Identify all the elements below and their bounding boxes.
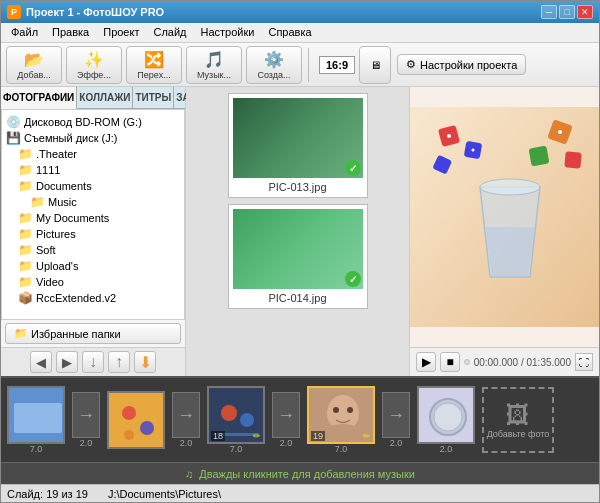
menu-slide[interactable]: Слайд — [147, 25, 192, 40]
menu-edit[interactable]: Правка — [46, 25, 95, 40]
toolbar-separator — [308, 48, 309, 82]
fullscreen-button[interactable]: ⛶ — [575, 353, 593, 371]
tree-item-removable[interactable]: 💾 Съемный диск (J:) — [4, 130, 182, 146]
edit-icon-19: ✏ — [363, 431, 371, 441]
favorites-label: Избранные папки — [31, 328, 121, 340]
add-label: Добав... — [17, 70, 50, 80]
slide-thumb-20[interactable]: 2.0 — [417, 386, 475, 454]
music-button[interactable]: 🎵 Музык... — [186, 46, 242, 84]
slide-content-2 — [109, 393, 165, 449]
nav-download-button[interactable]: ⬇ — [134, 351, 156, 373]
tree-item-label: 1111 — [36, 164, 60, 176]
menu-help[interactable]: Справка — [262, 25, 317, 40]
transition-1-2[interactable]: → 2.0 — [68, 392, 104, 448]
tree-item-rcc[interactable]: 📦 RccExtended.v2 — [16, 290, 182, 306]
tab-titles[interactable]: ТИТРЫ — [133, 87, 174, 108]
tree-item-mydocs[interactable]: 📁 My Documents — [16, 210, 182, 226]
transitions-icon: 🔀 — [144, 50, 164, 69]
stop-button[interactable]: ■ — [440, 352, 460, 372]
tree-item-pictures[interactable]: 📁 Pictures — [16, 226, 182, 242]
transition-19-20[interactable]: → 2.0 — [378, 392, 414, 448]
tab-photos[interactable]: ФОТОГРАФИИ — [1, 87, 77, 109]
svg-rect-12 — [14, 403, 62, 433]
tree-item-documents[interactable]: 📁 Documents — [16, 178, 182, 194]
slide-thumb-18[interactable]: 18 ✏ 7.0 — [207, 386, 265, 454]
menu-project[interactable]: Проект — [97, 25, 145, 40]
right-panel: ▶ ■ 00:00.000 / 01:35.000 ⛶ — [409, 87, 599, 376]
nav-prev-button[interactable]: ◀ — [30, 351, 52, 373]
tree-item-theater[interactable]: 📁 .Theater — [16, 146, 182, 162]
transitions-button[interactable]: 🔀 Перех... — [126, 46, 182, 84]
file-tree[interactable]: 💿 Дисковод BD-ROM (G:) 💾 Съемный диск (J… — [1, 109, 185, 320]
folder-icon: 📁 — [18, 227, 33, 241]
nav-next-button[interactable]: ▶ — [56, 351, 78, 373]
folder-icon: 📁 — [18, 163, 33, 177]
tab-collages[interactable]: КОЛЛАЖИ — [77, 87, 133, 108]
menu-file[interactable]: Файл — [5, 25, 44, 40]
preview-image — [410, 107, 599, 327]
music-bar[interactable]: ♫ Дважды кликните для добавления музыки — [1, 462, 599, 484]
nav-down-button[interactable]: ↓ — [82, 351, 104, 373]
folder-icon: 📁 — [18, 211, 33, 225]
tree-item-video[interactable]: 📁 Video — [16, 274, 182, 290]
close-button[interactable]: ✕ — [577, 5, 593, 19]
tree-item-uploads[interactable]: 📁 Upload's — [16, 258, 182, 274]
music-icon: 🎵 — [204, 50, 224, 69]
screen-mode-button[interactable]: 🖥 — [359, 46, 391, 84]
menu-settings[interactable]: Настройки — [195, 25, 261, 40]
slide-thumb-2[interactable] — [107, 391, 165, 449]
preview-area — [410, 87, 599, 347]
nav-up-button[interactable]: ↑ — [108, 351, 130, 373]
transition-icon: → — [382, 392, 410, 438]
slide-duration-18: 7.0 — [230, 444, 243, 454]
preview-controls: ▶ ■ 00:00.000 / 01:35.000 ⛶ — [410, 347, 599, 376]
minimize-button[interactable]: ─ — [541, 5, 557, 19]
package-icon: 📦 — [18, 291, 33, 305]
music-label: Музык... — [197, 70, 231, 80]
folder-icon: 📁 — [18, 275, 33, 289]
file-path: J:\Documents\Pictures\ — [108, 488, 221, 500]
title-bar-left: P Проект 1 - ФотоШОУ PRO — [7, 5, 164, 19]
slide-thumb-1[interactable]: 7.0 — [7, 386, 65, 454]
edit-icon-18: ✏ — [253, 431, 261, 441]
svg-point-1 — [480, 179, 540, 195]
transition-18-19[interactable]: → 2.0 — [268, 392, 304, 448]
tree-item-soft[interactable]: 📁 Soft — [16, 242, 182, 258]
photos-grid: ✓ PIC-013.jpg ✓ PIC-014.jpg — [186, 87, 409, 376]
effects-button[interactable]: ✨ Эффе... — [66, 46, 122, 84]
project-settings-button[interactable]: ⚙ Настройки проекта — [397, 54, 526, 75]
slide-thumb-19[interactable]: 19 ✏ 7.0 — [307, 386, 375, 454]
slide-number-19: 19 — [311, 431, 325, 441]
tree-item-label: Pictures — [36, 228, 76, 240]
tree-item-1111[interactable]: 📁 1111 — [16, 162, 182, 178]
transitions-label: Перех... — [137, 70, 170, 80]
tree-item-label: Music — [48, 196, 77, 208]
progress-bar[interactable] — [464, 359, 470, 365]
transition-icon: → — [172, 392, 200, 438]
maximize-button[interactable]: □ — [559, 5, 575, 19]
play-button[interactable]: ▶ — [416, 352, 436, 372]
tree-item-music[interactable]: 📁 Music — [28, 194, 182, 210]
slide-content-1 — [9, 388, 65, 444]
tree-item-label: Soft — [36, 244, 56, 256]
photo-item-014[interactable]: ✓ PIC-014.jpg — [228, 204, 368, 309]
svg-rect-13 — [109, 393, 165, 449]
transition-icon: → — [72, 392, 100, 438]
create-button[interactable]: ⚙️ Созда... — [246, 46, 302, 84]
slide-image-2 — [107, 391, 165, 449]
add-photo-area[interactable]: 🖼 Добавьте фото — [482, 387, 554, 453]
add-icon: 📂 — [24, 50, 44, 69]
nav-bar: ◀ ▶ ↓ ↑ ⬇ — [1, 347, 185, 376]
menu-bar: Файл Правка Проект Слайд Настройки Справ… — [1, 23, 599, 43]
svg-point-28 — [434, 403, 462, 431]
photo-thumb-014: ✓ — [233, 209, 363, 289]
add-button[interactable]: 📂 Добав... — [6, 46, 62, 84]
screen-mode-icon: 🖥 — [370, 59, 381, 71]
timeline-track[interactable]: 7.0 → 2.0 → — [1, 378, 599, 462]
music-bar-label: Дважды кликните для добавления музыки — [199, 468, 415, 480]
photo-item-013[interactable]: ✓ PIC-013.jpg — [228, 93, 368, 198]
transition-2-18[interactable]: → 2.0 — [168, 392, 204, 448]
slide-image-18: 18 ✏ — [207, 386, 265, 444]
favorites-button[interactable]: 📁 Избранные папки — [5, 323, 181, 344]
tree-item-bdrom[interactable]: 💿 Дисковод BD-ROM (G:) — [4, 114, 182, 130]
